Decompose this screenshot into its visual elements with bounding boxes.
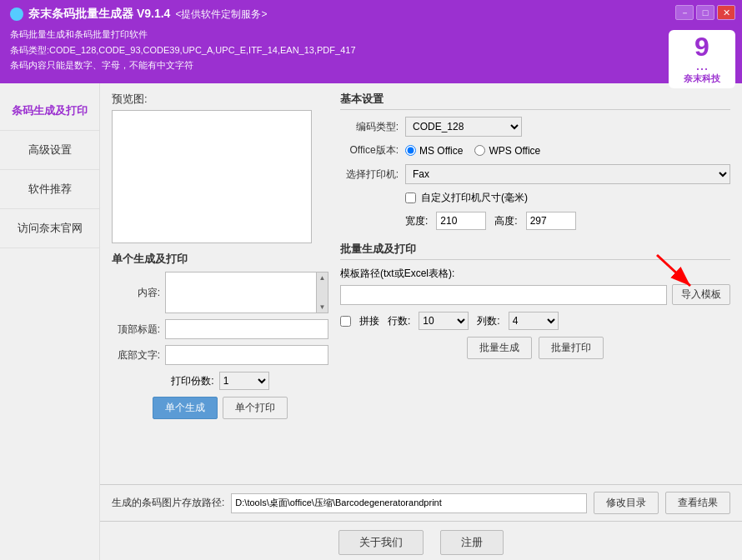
register-button[interactable]: 注册 [440, 530, 504, 555]
preview-label: 预览图: [112, 92, 328, 107]
content-input-wrapper: ▲ ▼ [165, 272, 328, 313]
stitch-checkbox[interactable] [340, 316, 351, 327]
path-input[interactable] [231, 493, 587, 513]
custom-size-checkbox-row: 自定义打印机尺寸(毫米) [405, 191, 528, 205]
printer-row: 选择打印机: Fax [340, 164, 730, 184]
footer-input[interactable] [165, 345, 328, 365]
sidebar-item-visit-site[interactable]: 访问奈末官网 [0, 209, 99, 248]
batch-section-title: 批量生成及打印 [340, 242, 730, 260]
footer-buttons: 关于我们 注册 [100, 521, 742, 560]
batch-section: 批量生成及打印 模板路径(txt或Excel表格): 导入模板 [340, 242, 730, 359]
custom-size-checkbox[interactable] [405, 192, 416, 203]
cols-label: 列数: [477, 314, 499, 328]
change-dir-button[interactable]: 修改目录 [594, 492, 659, 514]
sidebar-item-advanced[interactable]: 高级设置 [0, 131, 99, 170]
batch-options-row: 拼接 行数: 10 5 20 列数: 4 2 6 [340, 312, 730, 330]
size-inputs: 宽度: 高度: [405, 212, 576, 230]
minimize-button[interactable]: － [675, 5, 694, 20]
scroll-bar: ▲ ▼ [316, 272, 328, 312]
printer-label: 选择打印机: [340, 168, 399, 182]
restore-button[interactable]: □ [696, 5, 714, 20]
bottom-bar: 生成的条码图片存放路径: 修改目录 查看结果 [100, 484, 742, 521]
cols-select[interactable]: 4 2 6 [509, 312, 559, 330]
sidebar: 条码生成及打印 高级设置 软件推荐 访问奈末官网 [0, 83, 100, 560]
custom-size-row: 自定义打印机尺寸(毫米) [340, 191, 730, 205]
sections-row: 预览图: 单个生成及打印 内容: ▲ ▼ [112, 92, 730, 419]
copies-select[interactable]: 1 2 3 [219, 372, 269, 390]
width-label: 宽度: [405, 214, 428, 228]
basic-settings: 基本设置 编码类型: CODE_128 CODE_93 CODE39 UPC_A… [340, 92, 730, 230]
content-input[interactable] [166, 272, 316, 312]
app-icon [10, 8, 23, 21]
footer-label: 底部文字: [112, 348, 160, 362]
about-button[interactable]: 关于我们 [338, 530, 424, 555]
sidebar-item-software-rec[interactable]: 软件推荐 [0, 170, 99, 209]
view-results-button[interactable]: 查看结果 [665, 492, 730, 514]
template-path-label: 模板路径(txt或Excel表格): [340, 267, 730, 281]
content-row: 内容: ▲ ▼ [112, 272, 328, 313]
rows-label: 行数: [388, 314, 410, 328]
template-path-input[interactable] [340, 285, 667, 305]
template-row: 导入模板 [340, 284, 730, 305]
printer-select[interactable]: Fax [405, 164, 730, 184]
wps-office-radio[interactable]: WPS Office [474, 145, 540, 157]
right-panel: 基本设置 编码类型: CODE_128 CODE_93 CODE39 UPC_A… [340, 92, 730, 419]
batch-generate-button[interactable]: 批量生成 [467, 337, 532, 359]
logo-dots: ... [695, 60, 708, 71]
width-input[interactable] [436, 212, 486, 230]
logo-box: 9 ... 奈末科技 [669, 30, 735, 88]
arrow-container: 导入模板 [340, 284, 730, 305]
ms-office-radio[interactable]: MS Office [405, 145, 463, 157]
office-label: Office版本: [340, 143, 399, 158]
encoding-label: 编码类型: [340, 120, 399, 134]
content-area: 预览图: 单个生成及打印 内容: ▲ ▼ [100, 83, 742, 484]
sidebar-item-barcode[interactable]: 条码生成及打印 [0, 92, 99, 131]
header-input[interactable] [165, 319, 328, 339]
batch-btn-row: 批量生成 批量打印 [340, 337, 730, 359]
app-title-row: 奈末条码批量生成器 V9.1.4 <提供软件定制服务> [10, 7, 732, 22]
import-template-button[interactable]: 导入模板 [672, 284, 730, 305]
single-print-button[interactable]: 单个打印 [223, 397, 288, 419]
left-panel: 预览图: 单个生成及打印 内容: ▲ ▼ [112, 92, 328, 419]
title-bar: 奈末条码批量生成器 V9.1.4 <提供软件定制服务> 条码批量生成和条码批量打… [0, 0, 742, 83]
header-row: 顶部标题: [112, 319, 328, 339]
custom-size-label: 自定义打印机尺寸(毫米) [421, 191, 528, 205]
rows-select[interactable]: 10 5 20 [419, 312, 469, 330]
app-desc1: 条码批量生成和条码批量打印软件 条码类型:CODE_128,CODE_93,CO… [10, 27, 732, 73]
win-buttons: － □ ✕ [675, 5, 735, 20]
single-btn-row: 单个生成 单个打印 [112, 397, 328, 419]
app-subtitle: <提供软件定制服务> [175, 8, 267, 22]
close-button[interactable]: ✕ [717, 5, 735, 20]
title-bar-left: 奈末条码批量生成器 V9.1.4 <提供软件定制服务> 条码批量生成和条码批量打… [0, 0, 742, 83]
copies-row: 打印份数: 1 2 3 [112, 372, 328, 390]
encoding-select[interactable]: CODE_128 CODE_93 CODE39 UPC_A EAN_13 PDF… [405, 117, 522, 137]
dimensions-row: 宽度: 高度: [340, 212, 730, 230]
office-row: Office版本: MS Office WPS Office [340, 143, 730, 158]
main-container: 条码生成及打印 高级设置 软件推荐 访问奈末官网 预览图: 单个生成及打印 内容… [0, 83, 742, 560]
logo-text: 奈末科技 [684, 72, 720, 85]
height-label: 高度: [494, 214, 517, 228]
preview-box [112, 110, 312, 243]
footer-row: 底部文字: [112, 345, 328, 365]
office-radio-group: MS Office WPS Office [405, 145, 540, 157]
app-title: 奈末条码批量生成器 V9.1.4 [28, 7, 170, 22]
stitch-label: 拼接 [359, 314, 379, 328]
single-generate-button[interactable]: 单个生成 [153, 397, 218, 419]
single-section-title: 单个生成及打印 [112, 252, 328, 267]
content-label: 内容: [112, 286, 160, 300]
header-label: 顶部标题: [112, 322, 160, 337]
copies-label: 打印份数: [171, 374, 213, 388]
batch-print-button[interactable]: 批量打印 [539, 337, 604, 359]
height-input[interactable] [526, 212, 576, 230]
encoding-row: 编码类型: CODE_128 CODE_93 CODE39 UPC_A EAN_… [340, 117, 730, 137]
basic-settings-title: 基本设置 [340, 92, 730, 110]
path-label: 生成的条码图片存放路径: [112, 496, 224, 510]
